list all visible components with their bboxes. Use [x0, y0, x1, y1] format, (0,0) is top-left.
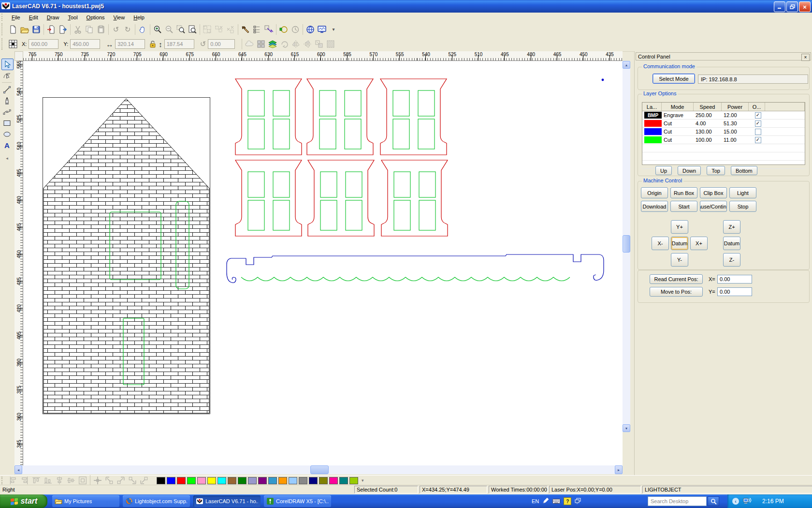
language-indicator[interactable]: EN: [532, 498, 539, 504]
layer-up-button[interactable]: Up: [655, 166, 672, 175]
copy-icon[interactable]: [84, 24, 95, 35]
network-status-icon[interactable]: [743, 497, 752, 506]
layer-output-cell[interactable]: [749, 128, 765, 135]
taskbar-task[interactable]: My Pictures: [52, 495, 119, 507]
layer-speed-cell[interactable]: 100.00: [694, 136, 722, 144]
taskbar-task[interactable]: Lightobject.com Supp...: [123, 495, 190, 507]
layer-bottom-button[interactable]: Bottom: [731, 166, 757, 175]
x-position-field[interactable]: 600.00: [29, 39, 58, 49]
palette-swatch[interactable]: [258, 477, 267, 484]
palette-swatch[interactable]: [187, 477, 196, 484]
clock[interactable]: 2:16 PM: [762, 498, 784, 505]
tool-hammer-icon[interactable]: [240, 24, 251, 35]
select-tool[interactable]: [1, 59, 14, 70]
help-tray-icon[interactable]: ?: [564, 497, 571, 505]
restore-button[interactable]: [786, 1, 798, 12]
line-tool[interactable]: [1, 84, 13, 95]
menu-help[interactable]: Help: [129, 14, 149, 21]
horizontal-scroll-thumb[interactable]: [310, 465, 329, 474]
minimize-button[interactable]: [774, 1, 785, 12]
export-icon[interactable]: [57, 24, 69, 35]
rectangle-tool[interactable]: [1, 118, 13, 128]
panel-close-icon[interactable]: ×: [801, 54, 810, 61]
vertical-scroll-thumb[interactable]: [623, 235, 630, 253]
menu-file[interactable]: File: [7, 14, 25, 21]
layer-row[interactable]: Cut130.0015.00: [642, 128, 805, 136]
palette-swatch[interactable]: [218, 477, 226, 484]
node-pick-icon[interactable]: [263, 24, 275, 35]
layer-col-header[interactable]: Mode: [662, 103, 694, 111]
layer-power-cell[interactable]: 15.00: [722, 128, 749, 135]
pen-tool[interactable]: [1, 95, 13, 106]
datum-xy-button[interactable]: Datum: [671, 237, 688, 250]
palette-swatch[interactable]: [157, 477, 165, 484]
datum-z-button[interactable]: Datum: [723, 237, 740, 250]
light-button[interactable]: Light: [729, 187, 756, 198]
jog-z-plus-button[interactable]: Z+: [723, 220, 740, 234]
layer-output-cell[interactable]: ✓: [749, 136, 765, 144]
palette-swatch[interactable]: [197, 477, 206, 484]
origin-button[interactable]: Origin: [641, 187, 668, 198]
move-to-pos-button[interactable]: Move to Pos:: [650, 287, 703, 297]
y-position-field[interactable]: 450.00: [70, 39, 100, 49]
pen-input-icon[interactable]: [542, 497, 549, 505]
layer-output-checkbox[interactable]: ✓: [755, 137, 761, 143]
circle-node-icon[interactable]: [278, 24, 290, 35]
layer-top-button[interactable]: Top: [707, 166, 725, 175]
layer-output-checkbox[interactable]: ✓: [755, 112, 761, 119]
bezier-tool[interactable]: [1, 106, 13, 117]
zoom-window-icon[interactable]: [175, 24, 187, 35]
layer-speed-cell[interactable]: 130.00: [694, 128, 722, 135]
network-globe-icon[interactable]: [304, 24, 316, 35]
palette-swatch[interactable]: [167, 477, 175, 484]
layer-row[interactable]: Cut100.0011.00✓: [642, 136, 805, 144]
jog-z-minus-button[interactable]: Z-: [723, 253, 740, 267]
text-tool[interactable]: A: [1, 140, 13, 150]
jog-y-plus-button[interactable]: Y+: [671, 220, 688, 234]
preview-monitor-icon[interactable]: [316, 24, 328, 35]
menu-options[interactable]: Options: [82, 14, 109, 21]
weld-cloud-icon[interactable]: [244, 38, 255, 50]
layer-row[interactable]: BMPEngrave250.0012.00✓: [642, 111, 805, 120]
taskbar-task[interactable]: CorelDRAW X5 - [C:\...: [264, 495, 331, 507]
scroll-right-icon[interactable]: ▸: [615, 465, 623, 474]
ungroup-icon[interactable]: [213, 24, 225, 35]
hide-icons-chevron-icon[interactable]: ‹: [732, 498, 739, 505]
start-button[interactable]: Start: [670, 201, 697, 212]
layer-output-cell[interactable]: ✓: [749, 111, 765, 119]
palette-swatch[interactable]: [228, 477, 236, 484]
layer-power-cell[interactable]: 51.30: [722, 120, 749, 127]
array-list-icon[interactable]: [251, 24, 263, 35]
pos-x-field[interactable]: 0.00: [717, 275, 752, 284]
layer-speed-cell[interactable]: 250.00: [694, 111, 722, 119]
zoom-page-icon[interactable]: [187, 24, 198, 35]
mirror-horizontal-icon[interactable]: [290, 38, 302, 50]
layer-output-checkbox[interactable]: [755, 129, 761, 135]
height-field[interactable]: 187.54: [164, 39, 194, 49]
layer-table[interactable]: La...ModeSpeedPowerO... BMPEngrave250.00…: [642, 102, 805, 165]
toolbar-more-icon[interactable]: ▾: [328, 24, 339, 35]
new-file-icon[interactable]: [7, 24, 19, 35]
layer-power-cell[interactable]: 12.00: [722, 111, 749, 119]
layer-speed-cell[interactable]: 4.00: [694, 120, 722, 127]
horizontal-scrollbar[interactable]: ◂ ▸: [14, 465, 623, 474]
clip-box-button[interactable]: Clip Box: [700, 187, 727, 198]
layer-col-header[interactable]: Speed: [694, 103, 722, 111]
drawing-canvas[interactable]: [23, 61, 623, 465]
layer-col-header[interactable]: Power: [722, 103, 749, 111]
search-input[interactable]: Search Desktop: [648, 496, 707, 506]
start-button[interactable]: start: [0, 494, 47, 508]
layer-col-header[interactable]: O...: [749, 103, 765, 111]
collapse-toolbar-icon[interactable]: ◂: [1, 153, 13, 164]
menu-edit[interactable]: Edit: [25, 14, 43, 21]
save-icon[interactable]: [30, 24, 42, 35]
layer-power-cell[interactable]: 11.00: [722, 136, 749, 144]
palette-swatch[interactable]: [289, 477, 297, 484]
mirror-vertical-icon[interactable]: [302, 38, 313, 50]
layer-color-swatch[interactable]: [642, 128, 662, 135]
run-box-button[interactable]: Run Box: [670, 187, 697, 198]
layer-color-swatch[interactable]: [642, 120, 662, 127]
palette-swatch[interactable]: [299, 477, 307, 484]
restore-windows-icon[interactable]: [575, 498, 581, 505]
layers-icon[interactable]: [267, 38, 278, 50]
